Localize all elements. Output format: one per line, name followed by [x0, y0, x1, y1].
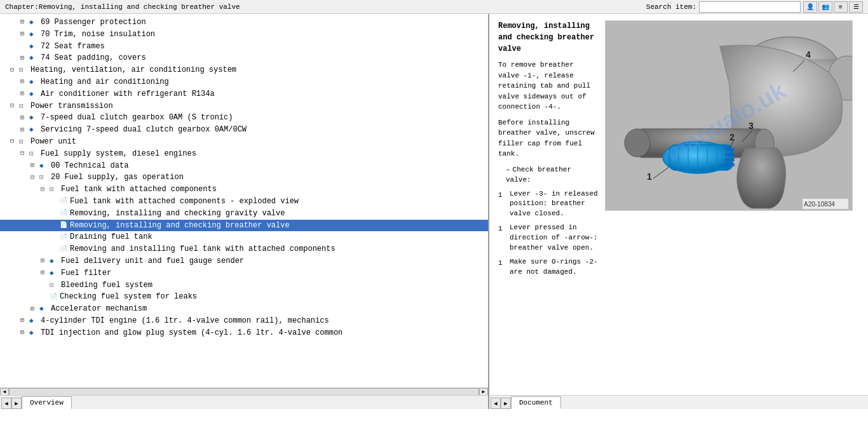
- tree-item-14[interactable]: ⊟20 Fuel supply, gas operation: [0, 171, 488, 184]
- tree-item-15[interactable]: ⊟Fuel tank with attached components: [0, 184, 488, 196]
- right-panel: Removing, installing and checking breath…: [489, 14, 868, 409]
- blue-diamond-icon: [29, 124, 39, 135]
- svg-rect-17: [725, 163, 735, 166]
- scroll-track[interactable]: [9, 388, 479, 396]
- tree-item-22[interactable]: ⊞Fuel filter: [0, 267, 488, 279]
- tree-container[interactable]: ⊞69 Passenger protection⊞70 Trim, noise …: [0, 14, 488, 387]
- diagram-svg: 1 2 3 4: [606, 21, 853, 211]
- user2-icon-btn[interactable]: 👥: [818, 1, 832, 13]
- tree-item-2[interactable]: ⊞70 Trim, noise insulation: [0, 29, 488, 41]
- tree-label: Bleeding fuel system: [61, 280, 153, 291]
- tree-item-21[interactable]: ⊞Fuel delivery unit and fuel gauge sende…: [0, 255, 488, 267]
- svg-rect-16: [725, 158, 735, 161]
- tree-label: Power transmission: [31, 101, 113, 112]
- expand-icon[interactable]: ⊟: [31, 173, 39, 182]
- tree-item-17[interactable]: Removing, installing and checking gravit…: [0, 208, 488, 220]
- svg-point-5: [625, 129, 650, 157]
- left-tab-bar: ◀ ▶ Overview: [0, 395, 488, 409]
- toolbar-buttons: 👤 👥 ≡ ☰: [803, 1, 863, 13]
- tree-item-6[interactable]: ⊞Heating and air conditioning: [0, 76, 488, 88]
- doc-icon: [60, 221, 69, 230]
- expand-icon[interactable]: ⊞: [41, 257, 50, 265]
- document-content: Removing, installing and checking breath…: [489, 14, 868, 395]
- tree-item-11[interactable]: ⊟Power unit: [0, 136, 488, 148]
- scroll-right-btn[interactable]: ▶: [479, 388, 488, 396]
- expand-icon[interactable]: ⊞: [20, 54, 29, 63]
- expand-icon[interactable]: ⊞: [20, 328, 29, 337]
- tree-item-5[interactable]: ⊟Heating, ventilation, air conditioning …: [0, 64, 488, 76]
- expand-icon[interactable]: ⊞: [20, 126, 29, 135]
- blue-diamond-icon: [39, 161, 50, 171]
- scroll-left-btn[interactable]: ◀: [0, 388, 9, 396]
- tab-overview[interactable]: Overview: [22, 396, 72, 409]
- horizontal-scrollbar[interactable]: ◀ ▶: [0, 387, 488, 395]
- tree-item-25[interactable]: ⊞Accelerator mechanism: [0, 303, 488, 315]
- image-area: 1 2 3 4: [605, 20, 859, 389]
- tree-item-24[interactable]: Checking fuel system for leaks: [0, 291, 488, 303]
- tree-label: Power unit: [31, 137, 76, 147]
- tree-item-3[interactable]: 72 Seat frames: [0, 41, 488, 53]
- expand-icon[interactable]: ⊞: [31, 161, 39, 170]
- right-tab-scroll-right[interactable]: ▶: [501, 398, 511, 409]
- expand-icon[interactable]: ⊟: [10, 66, 19, 75]
- folder-open-icon: [29, 149, 39, 159]
- tree-item-13[interactable]: ⊞00 Technical data: [0, 160, 488, 172]
- user-icon-btn[interactable]: 👤: [803, 1, 817, 13]
- expand-icon[interactable]: ⊞: [20, 30, 29, 39]
- step-2: 1 Lever pressed in direction of -arrow-:…: [498, 223, 599, 253]
- tree-item-4[interactable]: ⊞74 Seat padding, covers: [0, 52, 488, 64]
- tree-label: 74 Seat padding, covers: [41, 53, 146, 64]
- tree-label: Fuel filter: [61, 268, 111, 279]
- tree-item-9[interactable]: ⊞7-speed dual clutch gearbox 0AM (S tron…: [0, 112, 488, 124]
- tree-item-18[interactable]: Removing, installing and checking breath…: [0, 220, 488, 232]
- right-tab-scroll-left[interactable]: ◀: [491, 398, 501, 409]
- main-layout: ⊞69 Passenger protection⊞70 Trim, noise …: [0, 14, 868, 409]
- tree-item-23[interactable]: Bleeding fuel system: [0, 279, 488, 292]
- folder-open-icon: [39, 172, 50, 183]
- blue-diamond-icon: [39, 304, 50, 314]
- expand-icon[interactable]: ⊞: [20, 114, 29, 123]
- doc-icon: [50, 293, 58, 302]
- folder-open-icon: [50, 280, 60, 291]
- tree-label: 72 Seat frames: [41, 41, 105, 52]
- tree-item-19[interactable]: Draining fuel tank: [0, 231, 488, 243]
- tree-item-1[interactable]: ⊞69 Passenger protection: [0, 17, 488, 29]
- expand-icon[interactable]: ⊞: [20, 90, 29, 98]
- tree-label: Draining fuel tank: [70, 232, 153, 243]
- text-area: Removing, installing and checking breath…: [498, 20, 599, 389]
- tab-document[interactable]: Document: [511, 396, 561, 409]
- search-input[interactable]: [699, 1, 801, 13]
- step-1: 1 Lever -3- in released position: breath…: [498, 189, 599, 220]
- expand-icon[interactable]: ⊞: [41, 269, 50, 278]
- expand-icon[interactable]: ⊞: [20, 316, 29, 325]
- tree-item-10[interactable]: ⊞Servicing 7-speed dual clutch gearbox 0…: [0, 124, 488, 136]
- tree-label: Checking fuel system for leaks: [60, 292, 197, 302]
- expand-icon[interactable]: ⊟: [10, 102, 19, 111]
- blue-diamond-icon: [29, 17, 39, 28]
- list-icon-btn[interactable]: ☰: [849, 1, 863, 13]
- tree-item-27[interactable]: ⊞TDI injection and glow plug system (4-c…: [0, 327, 488, 339]
- tab-scroll-right[interactable]: ▶: [11, 398, 22, 409]
- tree-label: Fuel delivery unit and fuel gauge sender: [61, 256, 244, 267]
- check-heading: Check breather valve:: [498, 164, 599, 185]
- expand-icon[interactable]: ⊟: [41, 185, 50, 194]
- tree-label: Air conditioner with refrigerant R134a: [41, 89, 215, 100]
- expand-icon[interactable]: ⊞: [20, 77, 29, 86]
- tree-item-16[interactable]: Fuel tank with attached components - exp…: [0, 196, 488, 208]
- expand-icon[interactable]: ⊞: [31, 305, 39, 314]
- tree-item-12[interactable]: ⊟Fuel supply system, diesel engines: [0, 148, 488, 160]
- tab-scroll-left[interactable]: ◀: [1, 398, 11, 409]
- tree-item-26[interactable]: ⊞4-cylinder TDI engine (1.6 ltr. 4-valve…: [0, 315, 488, 327]
- tree-item-8[interactable]: ⊟Power transmission: [0, 100, 488, 112]
- tree-item-7[interactable]: ⊞Air conditioner with refrigerant R134a: [0, 88, 488, 100]
- tree-item-20[interactable]: Removing and installing fuel tank with a…: [0, 243, 488, 255]
- svg-text:1: 1: [647, 171, 652, 182]
- expand-icon[interactable]: ⊞: [20, 18, 29, 27]
- svg-rect-14: [725, 148, 735, 151]
- menu-icon-btn[interactable]: ≡: [834, 1, 848, 13]
- blue-diamond-icon: [29, 112, 39, 123]
- expand-icon[interactable]: ⊟: [20, 149, 29, 158]
- folder-open-icon: [19, 65, 29, 76]
- title-bar: Chapter:Removing, installing and checkin…: [0, 0, 868, 14]
- expand-icon[interactable]: ⊟: [10, 137, 19, 146]
